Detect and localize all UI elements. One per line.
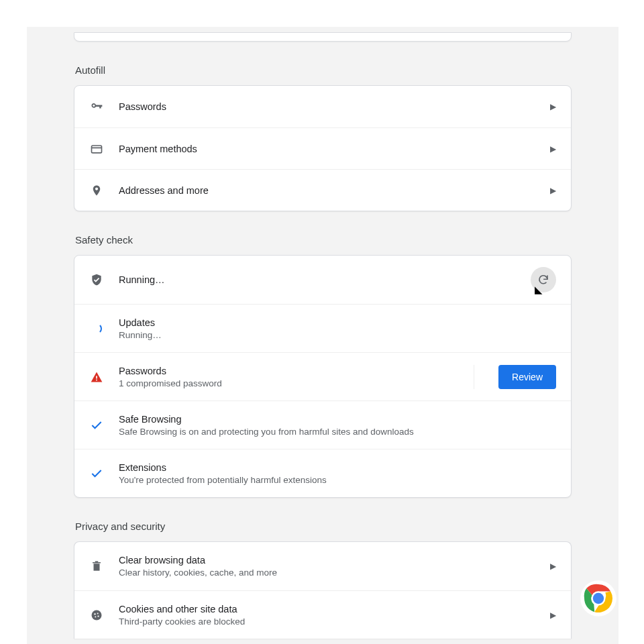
- chevron-right-icon: ▶: [550, 561, 556, 571]
- safety-extensions-title: Extensions: [119, 462, 556, 473]
- safety-passwords-title: Passwords: [119, 366, 459, 376]
- autofill-payment-row[interactable]: Payment methods ▶: [74, 127, 571, 169]
- autofill-card: Passwords ▶ Payment methods ▶ Addresses …: [74, 85, 572, 211]
- privacy-clear-row[interactable]: Clear browsing data Clear history, cooki…: [74, 542, 571, 590]
- autofill-addresses-row[interactable]: Addresses and more ▶: [74, 169, 571, 211]
- chevron-right-icon: ▶: [550, 102, 556, 111]
- svg-point-4: [92, 610, 102, 620]
- safety-safebrowsing-title: Safe Browsing: [119, 414, 556, 425]
- cookie-icon: [89, 608, 104, 622]
- privacy-clear-sub: Clear history, cookies, cache, and more: [119, 568, 535, 578]
- location-pin-icon: [89, 184, 104, 197]
- safety-extensions-row: Extensions You're protected from potenti…: [74, 449, 571, 497]
- svg-rect-0: [92, 146, 102, 153]
- safety-updates-row: Updates Running…: [74, 304, 571, 352]
- section-title-privacy: Privacy and security: [75, 521, 572, 532]
- trash-icon: [89, 559, 104, 573]
- autofill-payment-label: Payment methods: [119, 144, 535, 154]
- svg-point-7: [95, 616, 96, 617]
- svg-rect-3: [96, 379, 97, 380]
- privacy-cookies-title: Cookies and other site data: [119, 604, 535, 614]
- previous-card-bottom: [74, 32, 572, 42]
- divider: [474, 365, 474, 389]
- autofill-passwords-row[interactable]: Passwords ▶: [74, 86, 571, 127]
- checkmark-icon: [89, 467, 104, 480]
- svg-point-5: [94, 613, 95, 614]
- svg-rect-2: [96, 376, 97, 378]
- review-button[interactable]: Review: [498, 365, 556, 389]
- chrome-logo-icon: [580, 580, 617, 617]
- refresh-button[interactable]: [531, 267, 556, 292]
- safety-status-row: Running… ◣: [74, 256, 571, 304]
- safety-safebrowsing-sub: Safe Browsing is on and protecting you f…: [119, 427, 556, 437]
- safety-updates-title: Updates: [119, 317, 556, 328]
- section-title-safety: Safety check: [75, 234, 572, 246]
- autofill-passwords-label: Passwords: [119, 101, 535, 112]
- chevron-right-icon: ▶: [550, 144, 556, 154]
- safety-extensions-sub: You're protected from potentially harmfu…: [119, 475, 556, 485]
- autofill-addresses-label: Addresses and more: [119, 185, 535, 196]
- svg-point-8: [97, 615, 99, 616]
- key-icon: [89, 100, 104, 113]
- privacy-cookies-row[interactable]: Cookies and other site data Third-party …: [74, 590, 571, 639]
- credit-card-icon: [89, 142, 104, 156]
- safety-status-label: Running…: [119, 274, 516, 285]
- spinner-icon: [89, 323, 104, 334]
- svg-point-6: [97, 612, 99, 614]
- chevron-right-icon: ▶: [550, 186, 556, 195]
- svg-point-11: [593, 593, 604, 604]
- shield-check-icon: [89, 272, 104, 287]
- safety-safebrowsing-row: Safe Browsing Safe Browsing is on and pr…: [74, 400, 571, 449]
- privacy-card: Clear browsing data Clear history, cooki…: [74, 541, 572, 639]
- privacy-cookies-sub: Third-party cookies are blocked: [119, 616, 535, 627]
- safety-card: Running… ◣ Updates Running… Passwords: [74, 255, 572, 498]
- safety-passwords-row: Passwords 1 compromised password Review: [74, 352, 571, 400]
- section-title-autofill: Autofill: [75, 64, 572, 76]
- checkmark-icon: [89, 419, 104, 432]
- privacy-clear-title: Clear browsing data: [119, 555, 535, 566]
- chevron-right-icon: ▶: [550, 610, 556, 620]
- warning-triangle-icon: [89, 370, 104, 384]
- safety-updates-sub: Running…: [119, 330, 556, 340]
- safety-passwords-sub: 1 compromised password: [119, 378, 459, 388]
